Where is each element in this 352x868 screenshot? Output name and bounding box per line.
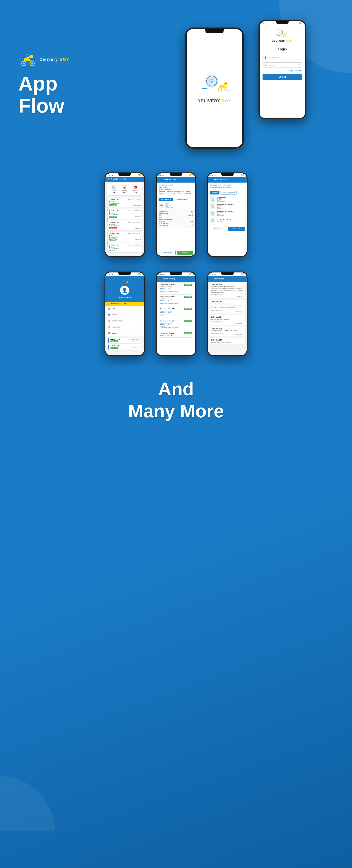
phone-icon: 📞 [109, 248, 110, 249]
order-list-content: 🛒 Orders 19 💰 Balance 2842 🎁 Bonus % [105, 182, 144, 256]
customer-name: 👤 Sunny [109, 235, 141, 237]
svg-rect-4 [29, 56, 33, 56]
item-details: Quick Price 190 Qty 1 Subtotal 190 [165, 203, 193, 209]
wallet-screen-content: 6:10 PM 📶🔋 ← Wallet History Transaction … [157, 273, 195, 355]
order-list-screen: 6:07 PM 📶🔋 ☰ EKart Delivery Boy 🛒 Orders… [105, 174, 144, 256]
show-more-3[interactable]: Show More ▼ [211, 334, 244, 335]
order-footer: Via C.O.D. [109, 250, 141, 251]
eye-icon: 👁 [298, 64, 300, 66]
customer-phone: 📞 9140681901 [109, 225, 141, 226]
show-more-0[interactable]: Show More ▲ [211, 296, 244, 297]
order-num: Order No. : 498 [109, 233, 119, 235]
login-logo: 🛒 DELIVERY BOY [272, 28, 293, 42]
payment-badge: Via RazorPay [133, 205, 141, 206]
recents-nav[interactable] [296, 119, 299, 119]
login-logo-svg: 🛒 [273, 28, 291, 39]
order-card-498[interactable]: Order No. : 498 Ordered on 29-06-2020 👤 … [107, 232, 142, 242]
transaction-message: igh [160, 315, 192, 316]
menu-item-notification[interactable]: 🔔 Notification [105, 324, 144, 330]
delivered-button[interactable]: Delivered [177, 251, 193, 255]
order-footer: Delivered Via C.O.D. [109, 216, 141, 218]
hamburger-icon[interactable]: ☰ [107, 178, 109, 180]
order-card-350[interactable]: Order No. : 350 Ordered on 24-06-2020 👤 … [107, 243, 142, 252]
transaction-date: 2020-07-10 02:04:11 [160, 298, 192, 300]
svg-point-28 [127, 282, 128, 283]
show-more-2[interactable]: Show More ▼ [211, 322, 244, 324]
login-phone: 6:17 PM 📶🔋 🛒 [258, 20, 306, 119]
mobile-input[interactable]: 📱 Mobile Number [262, 55, 302, 60]
back-button[interactable]: ← [210, 277, 213, 280]
svg-point-27 [126, 282, 127, 283]
back-button[interactable]: ← [210, 178, 213, 181]
delivery-charge-row: Delivery Charge : 30 [159, 213, 193, 215]
menu-item-home[interactable]: 🏠 Home [105, 306, 144, 312]
logout-menu-icon: 🚪 [107, 332, 110, 335]
transaction-date: 2020-07-10 05:40:51 [160, 286, 192, 287]
notif-text-4: Your new order has been Delivered [211, 341, 244, 343]
customer-phone: 📞 01010101101 [109, 214, 141, 215]
transaction-121: Transaction No. : 121 SUCCESS 2020-07-09… [158, 319, 194, 329]
svg-point-21 [284, 36, 285, 36]
menu-item-wallet[interactable]: 💰 Wallet History [105, 318, 144, 324]
phone-notch-7 [169, 273, 183, 275]
call-customer-btn[interactable]: Call To Customer [221, 191, 237, 194]
get-direction-button-539[interactable]: Get Direction [210, 227, 227, 231]
profile-name: VimalWrteam [118, 296, 132, 299]
item-row-1: 🧴 Johnson's baby shampoo Price 25 Qty 3 … [208, 203, 247, 210]
balance-icon: 💰 [122, 185, 127, 189]
customer-mobile: Mobile : 01010101101 [159, 188, 193, 191]
item-row-quick: 🥗 Quick Price 190 Qty 1 Subtotal 190 [157, 202, 195, 209]
ordered-on: Ordered on 10-07-2020 [159, 184, 193, 186]
notif-card-3: Order No.: 155 Your commission 774.375 ₹… [210, 327, 245, 337]
login-title: Login [278, 47, 287, 51]
status-badge: Delivered [109, 205, 117, 207]
payment-badge: Via C.O.D. [109, 250, 115, 251]
order-list-header: ☰ EKart Delivery Boy [105, 177, 144, 182]
notif-date-3: 2020-07-10 02:04:11 [211, 333, 244, 334]
order-num: Order No. : 735 [109, 199, 119, 200]
delivered-button-539[interactable]: Delivered [228, 227, 245, 231]
notif-card-2: Order No.: 96 Your new order was Process… [210, 315, 245, 325]
item-image-2: 🧴 [210, 211, 216, 216]
wallet-icon: 💰 [107, 303, 109, 305]
person-icon: 👤 [109, 212, 110, 214]
call-customer-btn[interactable]: Call To Customer [174, 197, 190, 201]
order-detail-539-screen: 6:10 PM 📶🔋 ← Order No. : 539 Delivery by… [208, 174, 247, 256]
final-total-row: Final Total : 195 [159, 225, 193, 227]
password-input[interactable]: 🔒 Password 👁 [262, 62, 302, 68]
payment-badge: Via C.O.D. [135, 216, 141, 217]
notif-order-4: Order No.: 155 [211, 339, 244, 341]
action-buttons-539: Get Direction Delivered [208, 226, 247, 232]
transaction-status: SUCCESS [184, 320, 192, 322]
get-direction-button[interactable]: Get Direction [159, 251, 175, 255]
order-card-header: Order No. : 735 Ordered on 10-07-2020 [109, 199, 141, 200]
forgot-password-link[interactable]: Forgot password ? [288, 70, 302, 72]
order-card-header: Order No. : 498 Ordered on 29-06-2020 [109, 233, 141, 235]
order-card-501[interactable]: Order No. : 501 Ordered on 29-06-2020 👤 … [107, 220, 142, 230]
item-details-3: Himalaya Baby Powder Price 140 [217, 219, 245, 222]
customer-name: Name : Manik [159, 186, 193, 188]
notif-order-0: Order No.: 735 [211, 283, 244, 285]
menu-item-logout[interactable]: 🚪 Logout [105, 330, 144, 336]
menu-item-profile[interactable]: 👤 Profile [105, 312, 144, 318]
tax-row: Tax : 15(10%) [159, 215, 193, 217]
menu-wallet-label: Wallet History [112, 320, 122, 322]
back-button[interactable]: ← [159, 277, 162, 280]
bottom-nav-3 [105, 256, 144, 257]
order-card-735[interactable]: Order No. : 735 Ordered on 10-07-2020 👤 … [107, 197, 142, 208]
login-button[interactable]: LOGIN [262, 74, 302, 80]
back-nav[interactable] [266, 119, 268, 119]
person-icon: 👤 [109, 246, 110, 248]
order-card-539[interactable]: Order No. : 539 Ordered on 30-06-2020 👤 … [107, 209, 142, 219]
profile-menu-icon: 👤 [107, 313, 110, 316]
item-name-2: Johnson's baby shampoo [217, 211, 245, 212]
status-badge: Delivered [109, 239, 117, 241]
notification-phone: 6:10 PM 📶🔋 ← Notification Order No.: 735… [207, 272, 248, 356]
action-buttons: Get Direction Delivered [157, 250, 195, 256]
back-button[interactable]: ← [159, 178, 162, 181]
show-more-1[interactable]: Show More ▲ [211, 311, 244, 312]
profile-logo: 🛒 [120, 279, 129, 284]
transaction-120: Transaction No. : 120 SUCCESS Amount : -… [158, 331, 194, 338]
home-nav[interactable] [281, 119, 283, 119]
phone-icon: 📞 [109, 214, 110, 215]
